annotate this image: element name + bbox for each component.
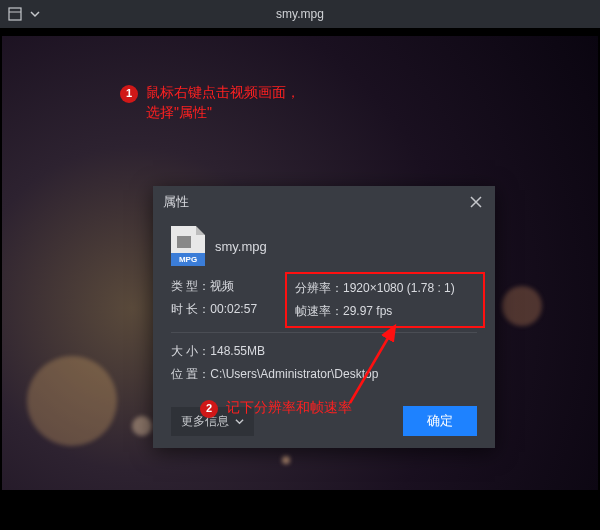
size-row: 大 小：148.55MB (171, 343, 477, 360)
step2-badge: 2 (200, 400, 218, 418)
step1-badge: 1 (120, 85, 138, 103)
location-row: 位 置：C:\Users\Administrator\Desktop (171, 366, 477, 383)
file-type-icon: MPG (171, 226, 205, 266)
dialog-title: 属性 (163, 193, 189, 211)
duration-row: 时 长：00:02:57 (171, 301, 281, 318)
svg-rect-0 (9, 8, 21, 20)
highlight-box: 分辨率：1920×1080 (1.78 : 1) 帧速率：29.97 fps (285, 272, 485, 328)
resolution-row: 分辨率：1920×1080 (1.78 : 1) (295, 280, 475, 297)
window-title: smy.mpg (276, 7, 324, 21)
ok-button[interactable]: 确定 (403, 406, 477, 436)
step1-text: 鼠标右键点击视频画面， 选择"属性" (146, 83, 300, 122)
chevron-down-icon[interactable] (28, 7, 42, 21)
close-icon[interactable] (467, 193, 485, 211)
video-area[interactable]: 1 鼠标右键点击视频画面， 选择"属性" 属性 MPG smy.mpg 类 型：… (0, 28, 600, 530)
dialog-filename: smy.mpg (215, 239, 267, 254)
annotation-step2: 2 记下分辨率和帧速率 (200, 398, 352, 418)
menu-icon[interactable] (8, 7, 22, 21)
annotation-step1: 1 鼠标右键点击视频画面， 选择"属性" (120, 83, 300, 122)
dialog-header: 属性 (153, 186, 495, 218)
type-row: 类 型：视频 (171, 278, 281, 295)
fps-row: 帧速率：29.97 fps (295, 303, 475, 320)
window-titlebar: smy.mpg (0, 0, 600, 28)
step2-text: 记下分辨率和帧速率 (226, 398, 352, 418)
